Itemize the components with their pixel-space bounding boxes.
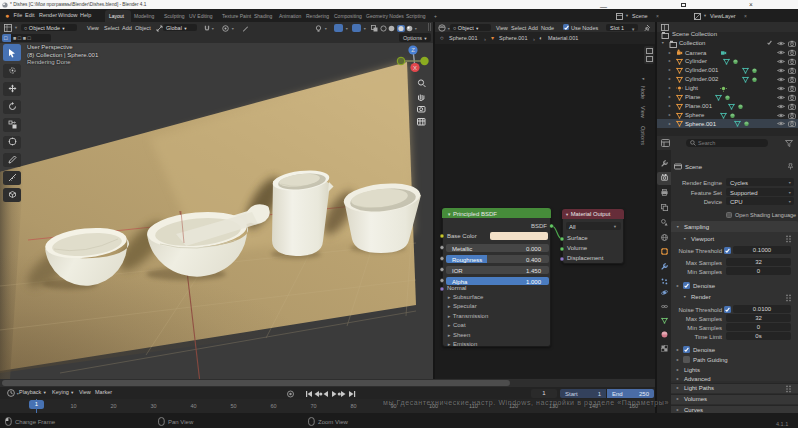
svg-text:X: X	[413, 65, 417, 71]
svg-text:Z: Z	[411, 47, 415, 53]
